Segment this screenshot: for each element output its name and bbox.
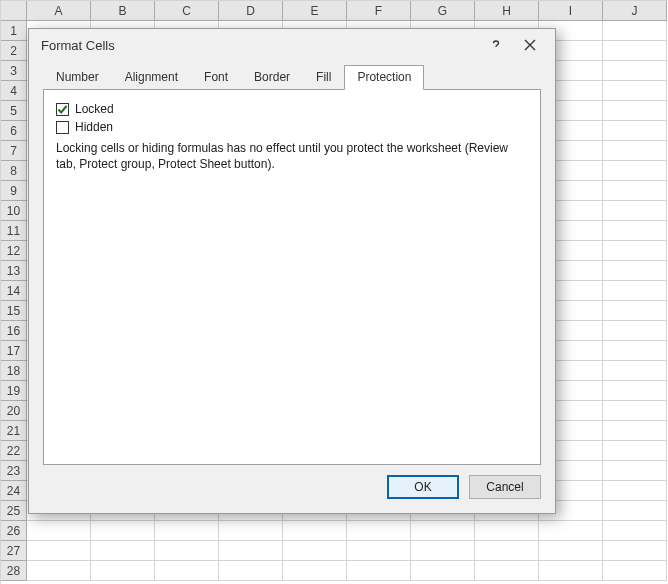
cell[interactable] — [603, 81, 667, 101]
cell[interactable] — [283, 541, 347, 561]
row-header[interactable]: 5 — [1, 101, 27, 121]
cell[interactable] — [603, 501, 667, 521]
cell[interactable] — [603, 301, 667, 321]
cell[interactable] — [603, 261, 667, 281]
cell[interactable] — [283, 561, 347, 581]
row-header[interactable]: 1 — [1, 21, 27, 41]
cell[interactable] — [475, 521, 539, 541]
cell[interactable] — [603, 421, 667, 441]
cell[interactable] — [539, 521, 603, 541]
row-header[interactable]: 19 — [1, 381, 27, 401]
column-header[interactable]: I — [539, 1, 603, 21]
cell[interactable] — [603, 161, 667, 181]
tab-protection[interactable]: Protection — [344, 65, 424, 90]
row-header[interactable]: 13 — [1, 261, 27, 281]
cell[interactable] — [603, 121, 667, 141]
row-header[interactable]: 10 — [1, 201, 27, 221]
locked-checkbox[interactable] — [56, 103, 69, 116]
tab-fill[interactable]: Fill — [303, 65, 344, 90]
tab-number[interactable]: Number — [43, 65, 112, 90]
close-button[interactable] — [513, 31, 547, 59]
column-header[interactable]: F — [347, 1, 411, 21]
cell[interactable] — [603, 201, 667, 221]
cell[interactable] — [539, 541, 603, 561]
cell[interactable] — [603, 61, 667, 81]
cell[interactable] — [603, 101, 667, 121]
column-header[interactable]: A — [27, 1, 91, 21]
row-header[interactable]: 4 — [1, 81, 27, 101]
row-header[interactable]: 22 — [1, 441, 27, 461]
row-header[interactable]: 7 — [1, 141, 27, 161]
row-header[interactable]: 16 — [1, 321, 27, 341]
cell[interactable] — [411, 541, 475, 561]
row-header[interactable]: 25 — [1, 501, 27, 521]
column-header[interactable]: B — [91, 1, 155, 21]
cell[interactable] — [539, 561, 603, 581]
cancel-button[interactable]: Cancel — [469, 475, 541, 499]
cell[interactable] — [603, 281, 667, 301]
cell[interactable] — [283, 521, 347, 541]
cell[interactable] — [603, 381, 667, 401]
select-all-corner[interactable] — [1, 1, 27, 21]
row-header[interactable]: 11 — [1, 221, 27, 241]
cell[interactable] — [603, 141, 667, 161]
cell[interactable] — [603, 241, 667, 261]
cell[interactable] — [603, 481, 667, 501]
cell[interactable] — [603, 341, 667, 361]
cell[interactable] — [603, 521, 667, 541]
row-header[interactable]: 28 — [1, 561, 27, 581]
cell[interactable] — [475, 541, 539, 561]
cell[interactable] — [347, 561, 411, 581]
row-header[interactable]: 27 — [1, 541, 27, 561]
row-header[interactable]: 21 — [1, 421, 27, 441]
cell[interactable] — [603, 221, 667, 241]
row-header[interactable]: 24 — [1, 481, 27, 501]
row-header[interactable]: 2 — [1, 41, 27, 61]
row-header[interactable]: 14 — [1, 281, 27, 301]
row-header[interactable]: 23 — [1, 461, 27, 481]
tab-border[interactable]: Border — [241, 65, 303, 90]
row-header[interactable]: 15 — [1, 301, 27, 321]
cell[interactable] — [603, 321, 667, 341]
column-header[interactable]: G — [411, 1, 475, 21]
row-header[interactable]: 9 — [1, 181, 27, 201]
cell[interactable] — [603, 461, 667, 481]
column-header[interactable]: D — [219, 1, 283, 21]
row-header[interactable]: 12 — [1, 241, 27, 261]
cell[interactable] — [603, 181, 667, 201]
cell[interactable] — [155, 561, 219, 581]
cell[interactable] — [603, 21, 667, 41]
cell[interactable] — [603, 441, 667, 461]
row-header[interactable]: 6 — [1, 121, 27, 141]
row-header[interactable]: 8 — [1, 161, 27, 181]
cell[interactable] — [155, 541, 219, 561]
cell[interactable] — [91, 541, 155, 561]
row-header[interactable]: 17 — [1, 341, 27, 361]
cell[interactable] — [219, 521, 283, 541]
help-button[interactable] — [479, 31, 513, 59]
cell[interactable] — [219, 561, 283, 581]
row-header[interactable]: 3 — [1, 61, 27, 81]
cell[interactable] — [91, 561, 155, 581]
cell[interactable] — [603, 561, 667, 581]
ok-button[interactable]: OK — [387, 475, 459, 499]
cell[interactable] — [603, 361, 667, 381]
cell[interactable] — [411, 561, 475, 581]
tab-alignment[interactable]: Alignment — [112, 65, 191, 90]
cell[interactable] — [347, 521, 411, 541]
cell[interactable] — [27, 561, 91, 581]
cell[interactable] — [155, 521, 219, 541]
cell[interactable] — [347, 541, 411, 561]
row-header[interactable]: 18 — [1, 361, 27, 381]
cell[interactable] — [91, 521, 155, 541]
hidden-checkbox[interactable] — [56, 121, 69, 134]
column-header[interactable]: C — [155, 1, 219, 21]
cell[interactable] — [475, 561, 539, 581]
cell[interactable] — [603, 41, 667, 61]
cell[interactable] — [603, 401, 667, 421]
column-header[interactable]: E — [283, 1, 347, 21]
cell[interactable] — [411, 521, 475, 541]
cell[interactable] — [27, 541, 91, 561]
row-header[interactable]: 26 — [1, 521, 27, 541]
tab-font[interactable]: Font — [191, 65, 241, 90]
